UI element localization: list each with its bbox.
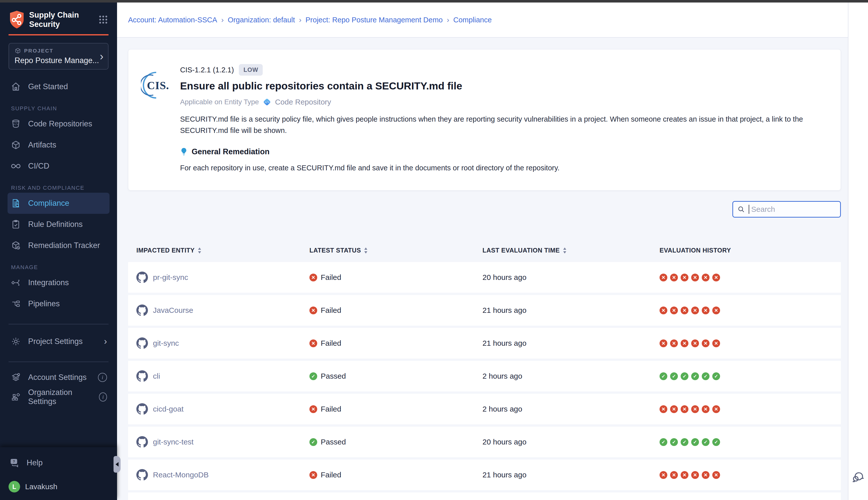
supply-chain-security-logo-icon bbox=[9, 10, 25, 29]
history-icon bbox=[691, 372, 699, 380]
sidebar-item-cicd[interactable]: CI/CD bbox=[8, 156, 109, 177]
table-row[interactable]: JavaCourse Failed 21 hours ago bbox=[128, 295, 841, 326]
history-icon bbox=[681, 274, 688, 281]
results-table: pr-git-sync Failed 20 hours ago JavaCour… bbox=[128, 262, 841, 500]
entity-name[interactable]: JavaCourse bbox=[153, 306, 193, 315]
infinity-icon bbox=[10, 161, 22, 172]
history-icon bbox=[670, 372, 678, 380]
column-header-impacted-entity[interactable]: IMPACTED ENTITY bbox=[136, 247, 310, 254]
history-icon bbox=[702, 372, 709, 380]
history-icon bbox=[681, 438, 688, 446]
history-icon bbox=[660, 372, 667, 380]
sidebar-item-remediation-tracker[interactable]: Remediation Tracker bbox=[8, 235, 109, 256]
entity-name[interactable]: React-MongoDB bbox=[153, 470, 209, 479]
sidebar-item-code-repositories[interactable]: </> Code Repositories bbox=[8, 113, 109, 134]
github-icon bbox=[136, 436, 148, 448]
table-row[interactable]: React-MongoDB Failed 21 hours ago bbox=[128, 459, 841, 490]
integrations-icon bbox=[10, 277, 22, 288]
sidebar-item-help[interactable]: ? Help bbox=[9, 456, 108, 470]
sort-icon bbox=[198, 248, 201, 253]
history-icon bbox=[670, 405, 678, 413]
history-icon bbox=[660, 438, 667, 446]
entity-type-link[interactable]: Code Repository bbox=[275, 98, 331, 106]
history-icon bbox=[670, 438, 678, 446]
status-icon bbox=[310, 339, 317, 347]
sort-icon bbox=[563, 248, 567, 253]
user-menu[interactable]: L Lavakush bbox=[9, 481, 108, 492]
history-icon bbox=[702, 339, 709, 347]
history-icon bbox=[670, 471, 678, 479]
table-row[interactable]: git-sync-test Passed 20 hours ago bbox=[128, 427, 841, 457]
section-supply-chain: SUPPLY CHAIN bbox=[11, 105, 106, 112]
history-icon bbox=[670, 339, 678, 347]
last-evaluation-time: 21 hours ago bbox=[483, 470, 656, 479]
info-icon[interactable]: i bbox=[98, 373, 107, 382]
entity-name[interactable]: git-sync-test bbox=[153, 438, 194, 446]
table-row[interactable]: git-sync Failed 21 hours ago bbox=[128, 328, 841, 359]
home-icon bbox=[10, 81, 22, 92]
evaluation-history bbox=[656, 339, 841, 347]
history-icon bbox=[702, 471, 709, 479]
svg-text:</>: </> bbox=[13, 123, 18, 126]
sidebar-item-get-started[interactable]: Get Started bbox=[8, 76, 109, 97]
history-icon bbox=[691, 274, 699, 281]
cis-logo: CIS. bbox=[141, 71, 170, 100]
window-top-strip bbox=[0, 0, 868, 2]
github-icon bbox=[136, 305, 148, 316]
history-icon bbox=[691, 471, 699, 479]
sidebar-item-artifacts[interactable]: Artifacts bbox=[8, 134, 109, 156]
sidebar-item-organization-settings[interactable]: Organization Settings i bbox=[8, 387, 109, 407]
sidebar-item-label: Artifacts bbox=[28, 140, 56, 149]
user-name: Lavakush bbox=[25, 482, 57, 491]
table-row[interactable]: cicd-goat Failed 2 hours ago bbox=[128, 394, 841, 424]
sidebar-item-label: Help bbox=[27, 458, 43, 467]
entity-name[interactable]: pr-git-sync bbox=[153, 273, 188, 282]
sidebar-item-pipelines[interactable]: Pipelines bbox=[8, 293, 109, 314]
breadcrumb-compliance[interactable]: Compliance bbox=[453, 16, 492, 24]
breadcrumb-project[interactable]: Project: Repo Posture Management Demo bbox=[305, 16, 442, 24]
breadcrumb-bar: Account: Automation-SSCA › Organization:… bbox=[117, 2, 848, 38]
column-header-last-evaluation-time[interactable]: LAST EVALUATION TIME bbox=[483, 247, 656, 254]
sidebar-item-account-settings[interactable]: Account Settings i bbox=[8, 367, 109, 387]
status-icon bbox=[310, 405, 317, 413]
entity-name[interactable]: git-sync bbox=[153, 339, 179, 348]
evaluation-history bbox=[656, 274, 841, 281]
chat-bubbles-icon[interactable] bbox=[852, 470, 865, 485]
sidebar-footer: ? Help L Lavakush bbox=[0, 447, 117, 500]
history-icon bbox=[712, 339, 720, 347]
sidebar-item-label: CI/CD bbox=[28, 161, 49, 171]
info-icon[interactable]: i bbox=[99, 393, 107, 401]
avatar: L bbox=[9, 481, 20, 492]
breadcrumb-account[interactable]: Account: Automation-SSCA bbox=[128, 16, 217, 24]
breadcrumb: Account: Automation-SSCA › Organization:… bbox=[128, 15, 492, 24]
status-label: Failed bbox=[321, 306, 341, 315]
project-selector[interactable]: PROJECT Repo Posture Manage... › bbox=[9, 43, 108, 70]
history-icon bbox=[660, 405, 667, 413]
entity-name[interactable]: cicd-goat bbox=[153, 405, 184, 413]
table-header: IMPACTED ENTITY LATEST STATUS LAST EVALU… bbox=[128, 247, 841, 254]
sidebar-item-integrations[interactable]: Integrations bbox=[8, 272, 109, 293]
status-label: Passed bbox=[321, 372, 346, 380]
table-row[interactable]: pr-git-sync Failed 20 hours ago bbox=[128, 262, 841, 293]
sidebar-item-rule-definitions[interactable]: Rule Definitions bbox=[8, 214, 109, 235]
brand-accent-rule bbox=[9, 34, 108, 35]
project-name: Repo Posture Manage... bbox=[14, 56, 103, 65]
app-switcher-icon[interactable] bbox=[98, 14, 108, 25]
table-row[interactable]: Passed bbox=[128, 492, 841, 500]
github-icon bbox=[136, 272, 148, 283]
search-icon bbox=[737, 205, 745, 213]
divider bbox=[9, 324, 108, 325]
sidebar-collapse-handle[interactable] bbox=[114, 456, 120, 473]
history-icon bbox=[691, 438, 699, 446]
clipboard-check-icon bbox=[10, 219, 22, 229]
search-input[interactable] bbox=[751, 205, 836, 214]
column-header-latest-status[interactable]: LATEST STATUS bbox=[310, 247, 483, 254]
table-row[interactable]: cli Passed 2 hours ago bbox=[128, 361, 841, 391]
history-icon bbox=[702, 274, 709, 281]
sidebar-item-project-settings[interactable]: Project Settings › bbox=[8, 331, 109, 352]
entity-name[interactable]: cli bbox=[153, 372, 160, 380]
sidebar-item-compliance[interactable]: Compliance bbox=[8, 193, 109, 214]
breadcrumb-organization[interactable]: Organization: default bbox=[228, 16, 295, 24]
chevron-right-icon: › bbox=[299, 15, 301, 24]
status-icon bbox=[310, 307, 317, 314]
